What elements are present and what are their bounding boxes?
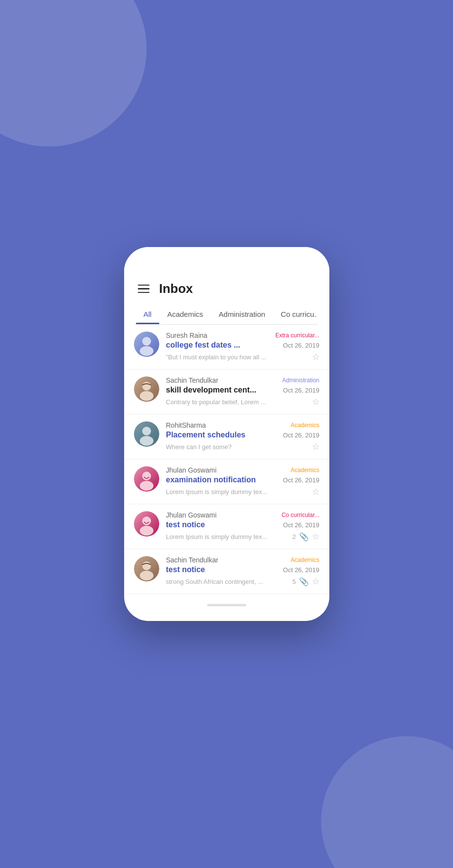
email-item[interactable]: Jhulan Goswami Academics examination not… [124,459,329,504]
page-title: Inbox [159,281,193,296]
tab-bar: All Academics Administration Co curricu… [136,304,318,325]
svg-point-1 [142,337,151,346]
email-actions: 2 📎 ☆ [292,531,319,542]
email-item[interactable]: Sachin Tendulkar Academics test notice O… [124,549,329,594]
email-content: Jhulan Goswami Academics examination not… [166,466,320,497]
email-item[interactable]: Jhulan Goswami Co curricular... test not… [124,504,329,549]
email-subject: examination notification [166,475,256,484]
svg-point-17 [140,571,153,580]
sender-name: Suresh Raina [166,331,208,339]
svg-point-8 [140,436,153,446]
star-button[interactable]: ☆ [312,441,320,452]
header: Inbox All Academics Administration Co cu… [124,276,329,325]
email-subject: skill development cent... [166,386,257,394]
avatar [134,376,159,402]
svg-point-7 [142,427,151,435]
email-actions: 5 📎 ☆ [292,576,319,587]
tab-administration[interactable]: Administration [211,304,273,324]
svg-point-13 [142,517,151,525]
phone-top-bar [124,247,329,276]
email-actions: ☆ [312,441,320,452]
email-actions: ☆ [312,486,320,497]
email-preview: Lorem Ipsum is simply dummy tex... [166,488,312,496]
email-date: Oct 26, 2019 [283,432,319,439]
attachment-icon: 📎 [299,532,309,541]
email-preview: "But I must explain to you how all ... [166,353,312,361]
email-preview: Lorem Ipsum is simply dummy tex... [166,533,293,540]
sender-name: Jhulan Goswami [166,511,217,519]
avatar [134,466,159,492]
email-item[interactable]: Suresh Raina Extra curricular... college… [124,325,329,370]
email-content: Sachin Tendulkar Administration skill de… [166,376,320,407]
attachment-icon: 📎 [299,577,309,586]
tab-academics[interactable]: Academics [159,304,211,324]
svg-point-11 [140,481,153,491]
email-content: RohitSharma Academics Placement schedule… [166,421,320,452]
email-tag: Extra curricular... [275,332,319,339]
attachment-count: 2 [292,533,296,540]
email-item[interactable]: Sachin Tendulkar Administration skill de… [124,370,329,414]
email-preview: Where can I get some? [166,443,312,451]
sender-name: Jhulan Goswami [166,466,217,474]
email-preview: Contrary to popular belief, Lorem ... [166,398,312,406]
menu-button[interactable] [136,283,151,295]
email-date: Oct 26, 2019 [283,566,319,574]
email-date: Oct 26, 2019 [283,476,319,484]
home-indicator [207,604,246,606]
star-button[interactable]: ☆ [312,531,320,542]
email-tag: Academics [291,467,320,474]
avatar [134,511,159,537]
svg-point-16 [142,561,151,570]
email-actions: ☆ [312,396,320,407]
email-list: Suresh Raina Extra curricular... college… [124,325,329,594]
star-button[interactable]: ☆ [312,486,320,497]
email-date: Oct 26, 2019 [283,342,319,349]
email-tag: Academics [291,422,320,429]
avatar [134,421,159,447]
attachment-count: 5 [292,578,296,585]
email-subject: college fest dates ... [166,341,240,350]
svg-point-2 [140,346,153,356]
avatar [134,556,159,581]
star-button[interactable]: ☆ [312,576,320,587]
email-actions: ☆ [312,351,320,362]
email-content: Jhulan Goswami Co curricular... test not… [166,511,320,542]
svg-point-10 [142,472,151,480]
sender-name: Sachin Tendulkar [166,556,218,564]
email-tag: Academics [291,557,320,563]
svg-point-14 [140,526,153,536]
sender-name: Sachin Tendulkar [166,376,218,384]
phone-frame: Inbox All Academics Administration Co cu… [124,247,329,621]
sender-name: RohitSharma [166,421,206,429]
email-tag: Co curricular... [281,512,319,518]
tab-co-curricular[interactable]: Co curricu… [273,304,318,324]
email-content: Sachin Tendulkar Academics test notice O… [166,556,320,587]
avatar [134,331,159,357]
email-subject: test notice [166,520,205,529]
star-button[interactable]: ☆ [312,351,320,362]
email-content: Suresh Raina Extra curricular... college… [166,331,320,362]
email-tag: Administration [282,377,319,384]
email-item[interactable]: RohitSharma Academics Placement schedule… [124,414,329,459]
email-preview: strong South African contingent, ... [166,578,293,585]
svg-point-5 [140,391,153,401]
email-subject: test notice [166,565,205,574]
email-date: Oct 26, 2019 [283,387,319,394]
email-subject: Placement schedules [166,431,246,439]
tab-all[interactable]: All [136,304,160,324]
svg-point-4 [142,382,151,391]
star-button[interactable]: ☆ [312,396,320,407]
email-date: Oct 26, 2019 [283,521,319,529]
